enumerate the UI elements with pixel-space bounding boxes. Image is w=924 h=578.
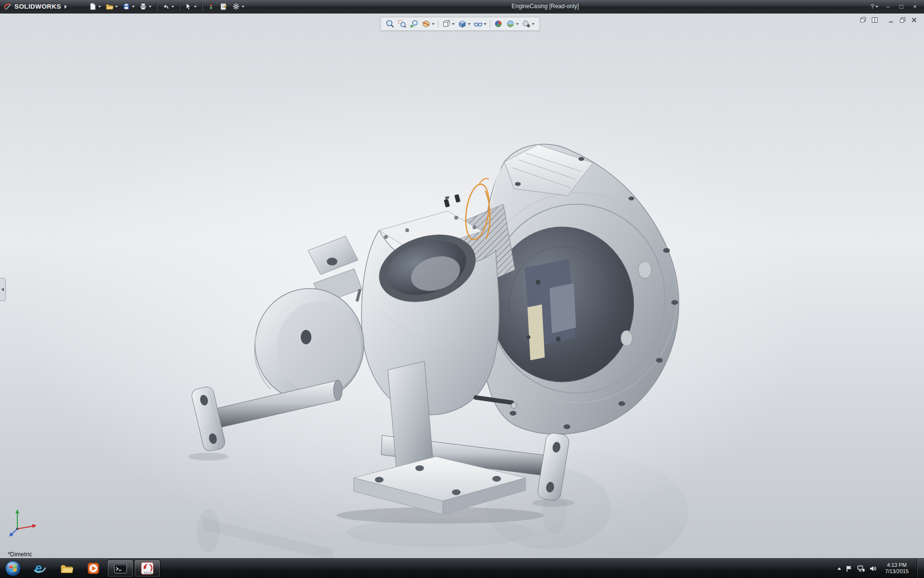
window-title: EngineCasing [Read-only] (512, 0, 578, 13)
caret-down-icon (532, 23, 535, 25)
taskpane-collapsed-tab[interactable] (0, 278, 6, 301)
caret-down-icon (516, 23, 519, 25)
restore-icon (899, 17, 906, 23)
action-center-button[interactable] (846, 565, 853, 572)
section-view-icon (422, 19, 431, 28)
scene-sphere-icon (506, 19, 515, 28)
toolbar-separator (438, 20, 438, 28)
logo-chevron-icon[interactable] (64, 5, 67, 9)
view-settings-button[interactable] (521, 19, 536, 29)
eyeglasses-icon (474, 19, 483, 28)
zoom-to-fit-button[interactable] (385, 19, 396, 29)
options-button[interactable] (231, 1, 246, 12)
section-view-button[interactable] (421, 19, 436, 29)
toolbar-separator (156, 2, 157, 11)
chevron-up-icon (837, 567, 841, 570)
doc-close-button[interactable] (910, 16, 918, 24)
maximize-button[interactable]: □ (895, 2, 908, 12)
internet-explorer-icon: e (32, 561, 47, 576)
system-tray: 4:13 PM 7/13/2015 (837, 559, 924, 578)
caret-down-icon (149, 6, 152, 8)
view-settings-icon (522, 19, 531, 28)
minimize-icon: – (886, 3, 889, 10)
toolbar-separator (490, 20, 490, 28)
hide-show-items-button[interactable] (473, 19, 488, 29)
select-cursor-icon (184, 2, 192, 11)
caret-down-icon (452, 23, 455, 25)
close-icon (911, 17, 917, 23)
dassault-systemes-logo-icon (3, 2, 12, 11)
show-desktop-button[interactable] (917, 559, 924, 578)
gear-icon (232, 2, 240, 11)
side-cover-disc[interactable] (255, 289, 364, 401)
close-icon: × (913, 3, 917, 10)
display-style-cube-icon (458, 19, 467, 28)
view-orientation-button[interactable] (441, 19, 456, 29)
caret-down-icon (194, 6, 197, 8)
help-label: ? (871, 3, 874, 10)
command-prompt-icon (113, 561, 128, 576)
engine-mount-tube-left[interactable] (191, 380, 342, 452)
taskbar-file-explorer-button[interactable] (53, 560, 79, 577)
save-icon (122, 2, 130, 11)
taskbar-clock[interactable]: 4:13 PM 7/13/2015 (881, 562, 912, 575)
chevron-left-icon (1, 288, 4, 291)
taskbar-solidworks-button[interactable]: 2015 (134, 560, 160, 577)
volume-speaker-icon (869, 565, 877, 572)
solidworks-app-icon: 2015 (140, 561, 154, 576)
apply-scene-button[interactable] (505, 19, 520, 29)
toolbar-separator (202, 2, 202, 11)
previous-view-button[interactable] (409, 19, 420, 29)
file-properties-button[interactable] (218, 1, 229, 12)
headsup-toolbar (380, 17, 540, 31)
save-button[interactable] (121, 1, 136, 12)
engine-casing-model[interactable] (0, 13, 924, 559)
start-button[interactable] (0, 559, 26, 578)
select-button[interactable] (183, 1, 198, 12)
caret-down-icon (432, 23, 435, 25)
file-explorer-folder-icon (59, 561, 74, 576)
window-controls: ? – □ × (868, 2, 924, 12)
taskbar-command-prompt-button[interactable] (107, 560, 133, 577)
document-window-control-group (886, 16, 918, 24)
caret-down-icon (171, 6, 174, 8)
clock-time: 4:13 PM (885, 562, 909, 568)
minimize-icon (888, 17, 894, 23)
print-button[interactable] (138, 1, 153, 12)
volume-button[interactable] (869, 565, 877, 572)
undo-button[interactable] (160, 1, 176, 12)
document-window-controls (859, 16, 918, 24)
show-hidden-icons-button[interactable] (837, 567, 841, 570)
minimize-button[interactable]: – (882, 2, 894, 12)
display-style-button[interactable] (457, 19, 472, 29)
open-button[interactable] (104, 1, 119, 12)
cascade-windows-button[interactable] (859, 16, 867, 24)
rebuild-button[interactable] (205, 1, 217, 12)
media-player-icon (87, 562, 100, 575)
help-button[interactable]: ? (868, 2, 881, 12)
zoom-to-area-button[interactable] (397, 19, 408, 29)
clock-date: 7/13/2015 (885, 568, 909, 575)
windows-taskbar: e (0, 558, 924, 578)
edit-appearance-button[interactable] (493, 19, 504, 29)
new-button[interactable] (87, 1, 103, 12)
caret-down-icon (875, 6, 878, 8)
doc-minimize-button[interactable] (886, 16, 895, 24)
caret-down-icon (98, 6, 101, 8)
caret-down-icon (468, 23, 471, 25)
file-properties-icon (219, 2, 228, 11)
tile-windows-icon (872, 17, 878, 23)
taskbar-media-player-button[interactable] (80, 560, 106, 577)
toolbar-separator (179, 2, 180, 11)
caret-down-icon (115, 6, 118, 8)
close-button[interactable]: × (909, 2, 921, 12)
doc-restore-button[interactable] (898, 16, 907, 24)
taskbar-internet-explorer-button[interactable]: e (26, 560, 52, 577)
crankcase-housing[interactable] (478, 144, 679, 434)
open-folder-icon (105, 2, 114, 11)
view-orientation-cube-icon (442, 19, 451, 28)
action-center-flag-icon (846, 565, 853, 572)
graphics-area[interactable]: *Dimetric (0, 13, 924, 559)
tile-windows-button[interactable] (870, 16, 879, 24)
network-button[interactable] (857, 565, 865, 572)
